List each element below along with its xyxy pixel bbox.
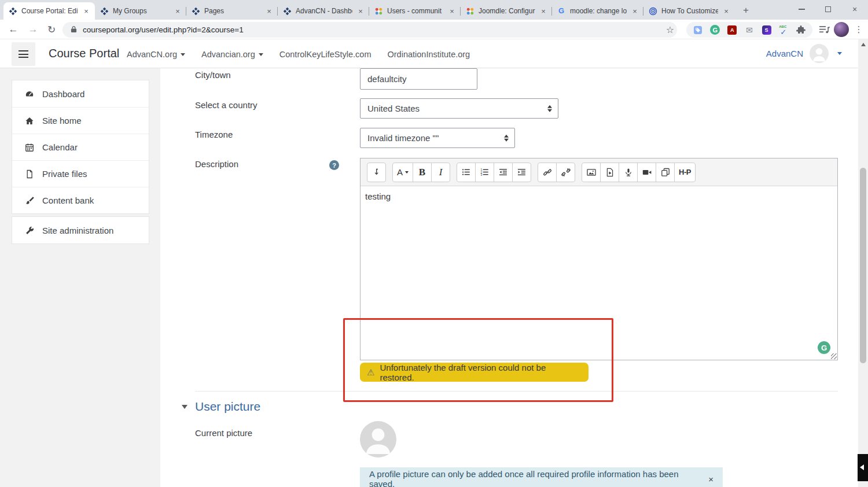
description-label: Description	[195, 159, 238, 169]
h5p-button[interactable]: H-P	[674, 163, 696, 182]
description-editor: A B I 123 H-P	[360, 158, 838, 360]
description-textarea[interactable]: testing G	[361, 186, 837, 360]
scroll-up-icon[interactable]	[861, 43, 866, 46]
user-avatar[interactable]	[810, 44, 829, 63]
help-icon[interactable]: ?	[329, 160, 339, 170]
record-video-button[interactable]	[637, 163, 656, 182]
window-close-button[interactable]: ×	[841, 0, 868, 19]
url-text[interactable]: courseportal.org/user/edit.php?id=2&cour…	[83, 25, 244, 34]
font-style-button[interactable]: A	[392, 163, 413, 182]
nav-item-advancian[interactable]: Advancian.org	[201, 50, 263, 59]
site-title[interactable]: Course Portal	[49, 47, 119, 60]
tab-users-community[interactable]: Users - communit ×	[369, 2, 461, 20]
city-input[interactable]	[360, 68, 477, 90]
resize-handle-icon[interactable]	[831, 353, 837, 359]
tab-pages[interactable]: Pages ×	[186, 2, 278, 20]
forward-button[interactable]: →	[25, 20, 41, 39]
bold-button[interactable]: B	[413, 163, 432, 182]
media-controls-icon[interactable]	[817, 20, 832, 39]
reload-button[interactable]: ↻	[44, 20, 59, 39]
tag-extension-icon[interactable]	[693, 25, 703, 35]
outdent-button[interactable]	[494, 163, 513, 182]
city-label: City/town	[195, 70, 231, 80]
unlink-button[interactable]	[556, 163, 575, 182]
link-button[interactable]	[538, 163, 557, 182]
tab-close-icon[interactable]: ×	[722, 7, 730, 16]
bullet-list-button[interactable]	[457, 163, 476, 182]
nav-drawer-main: Dashboard Site home Calendar Private fil…	[12, 80, 149, 214]
window-maximize-button[interactable]	[815, 0, 841, 19]
tab-course-portal-edit[interactable]: Course Portal: Edit ×	[3, 2, 95, 20]
notice-close-icon[interactable]: ×	[708, 474, 713, 484]
bookmark-star-icon[interactable]: ☆	[663, 20, 677, 39]
sidebar-item-content-bank[interactable]: Content bank	[12, 187, 149, 213]
indent-button[interactable]	[512, 163, 531, 182]
moodle-favicon-icon	[282, 6, 292, 16]
spellcheck-extension-icon[interactable]: ABC ✓	[778, 25, 789, 35]
numbered-list-button[interactable]: 123	[475, 163, 494, 182]
tab-close-icon[interactable]: ×	[539, 7, 547, 16]
moodle-favicon-icon	[191, 6, 200, 16]
tab-title: Course Portal: Edit	[21, 7, 78, 15]
tab-moodle-search[interactable]: G moodle: change lo ×	[552, 2, 643, 20]
hamburger-menu-button[interactable]	[12, 42, 35, 66]
scrollbar-thumb[interactable]	[860, 168, 866, 363]
tab-how-to-customize[interactable]: How To Customize ×	[643, 2, 735, 20]
side-panel-handle[interactable]	[858, 454, 868, 481]
google-favicon-icon: G	[557, 6, 566, 16]
timezone-label: Timezone	[195, 130, 233, 139]
toolbar-collapse-button[interactable]	[367, 163, 386, 182]
tab-close-icon[interactable]: ×	[265, 7, 273, 16]
tab-close-icon[interactable]: ×	[448, 7, 456, 16]
sidebar-item-label: Site home	[42, 116, 82, 126]
tab-close-icon[interactable]: ×	[174, 7, 182, 16]
grammarly-badge-icon[interactable]: G	[818, 341, 830, 354]
sidebar-item-dashboard[interactable]: Dashboard	[12, 80, 149, 107]
tab-joomdle-configure[interactable]: Joomdle: Configur ×	[461, 2, 552, 20]
address-bar[interactable]: courseportal.org/user/edit.php?id=2&cour…	[62, 22, 677, 38]
sidebar-item-site-administration[interactable]: Site administration	[12, 217, 149, 244]
section-collapse-icon[interactable]	[182, 405, 187, 409]
paintbrush-icon	[25, 196, 34, 205]
timezone-select[interactable]: Invalid timezone ""	[360, 128, 515, 148]
tab-title: Joomdle: Configur	[479, 7, 535, 15]
s-app-extension-icon[interactable]: S	[762, 25, 772, 35]
section-divider	[195, 391, 838, 392]
sidebar-item-private-files[interactable]: Private files	[12, 160, 149, 187]
wrench-icon	[25, 226, 34, 235]
puzzle-extensions-icon[interactable]	[796, 25, 806, 35]
chevron-down-icon	[181, 53, 185, 56]
tab-title: AdvanCN - Dashbo	[296, 7, 352, 15]
insert-media-button[interactable]	[600, 163, 619, 182]
browser-menu-icon[interactable]: ⋮	[852, 20, 866, 39]
acrobat-extension-icon[interactable]: A	[727, 25, 737, 35]
manage-files-button[interactable]	[656, 163, 675, 182]
nav-item-advancn[interactable]: AdvanCN.org	[127, 50, 185, 59]
sidebar-item-label: Calendar	[42, 142, 78, 152]
country-select[interactable]: United States	[360, 98, 558, 119]
tab-close-icon[interactable]: ×	[356, 7, 365, 16]
tab-my-groups[interactable]: My Groups ×	[95, 2, 186, 20]
extensions-bar: G A ✉ S ABC ✓	[686, 22, 812, 38]
window-minimize-button[interactable]	[788, 0, 815, 19]
user-name[interactable]: AdvanCN	[766, 49, 803, 58]
back-button[interactable]: ←	[6, 20, 21, 39]
grammarly-extension-icon[interactable]: G	[710, 25, 720, 35]
italic-button[interactable]: I	[431, 163, 450, 182]
new-tab-button[interactable]: +	[738, 3, 753, 18]
sidebar-item-calendar[interactable]: Calendar	[12, 134, 149, 160]
insert-image-button[interactable]	[582, 163, 601, 182]
user-menu[interactable]: AdvanCN	[766, 44, 842, 63]
tab-close-icon[interactable]: ×	[631, 7, 639, 16]
tab-close-icon[interactable]: ×	[82, 7, 90, 16]
nav-item-ordinationinstitute[interactable]: OrdinationInstitute.org	[388, 50, 470, 59]
browser-profile-avatar[interactable]	[834, 22, 849, 37]
tab-advancn-dashboard[interactable]: AdvanCN - Dashbo ×	[278, 2, 369, 20]
user-picture-heading[interactable]: User picture	[195, 400, 260, 414]
page-scrollbar[interactable]	[858, 39, 868, 487]
sidebar-item-site-home[interactable]: Site home	[12, 107, 149, 134]
envelope-extension-icon[interactable]: ✉	[744, 25, 755, 35]
nav-item-controlkeylifestyle[interactable]: ControlKeyLifeStyle.com	[279, 50, 372, 59]
browser-window: Course Portal: Edit × My Groups × Pages …	[0, 0, 868, 487]
record-audio-button[interactable]	[619, 163, 638, 182]
